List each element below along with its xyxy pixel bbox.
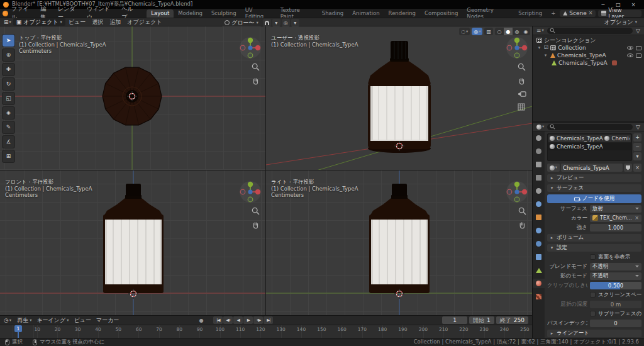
tab-texture-paint[interactable]: Texture Paint (276, 9, 318, 18)
tab-layout[interactable]: Layout (147, 9, 174, 18)
outliner-item-collection[interactable]: ▾ ☑ Collection (533, 44, 644, 52)
viewport-camera-button[interactable] (518, 91, 526, 99)
tab-rendering[interactable]: Rendering (384, 9, 420, 18)
transport-button[interactable]: ▶ (243, 316, 253, 324)
tab-sculpting[interactable]: Sculpting (207, 9, 241, 18)
viewport-menu-item[interactable]: オブジェクト (124, 18, 165, 26)
panel-surface[interactable]: ▾サーフェス (547, 184, 641, 192)
remove-slot-button[interactable]: − (633, 143, 641, 151)
tab-uv-editing[interactable]: UV Editing (241, 9, 276, 18)
panel-settings[interactable]: ▾設定 (547, 244, 641, 252)
slot-specials-button[interactable]: ▾ (633, 152, 641, 160)
transform-tool[interactable]: ◈ (3, 107, 14, 119)
auto-keying-button[interactable]: ● (197, 318, 206, 323)
outliner-item-mesh-data[interactable]: Chemicals_TypeA (533, 59, 644, 67)
transport-button[interactable]: •▶ (253, 316, 263, 324)
tab-object[interactable] (533, 213, 545, 222)
viewport-area[interactable]: トップ・平行投影 (1) Collection | Chemicals_Type… (0, 26, 532, 315)
navigation-gizmo[interactable] (239, 36, 262, 59)
collection-checkbox[interactable]: ☑ (544, 45, 548, 50)
show-gizmos-button[interactable]: ◌▾ (459, 28, 470, 35)
add-cube-tool[interactable]: ⊞ (3, 150, 14, 162)
viewport-zoom-button[interactable] (518, 63, 526, 72)
add-slot-button[interactable]: + (633, 133, 641, 142)
tab-tool[interactable] (533, 133, 545, 143)
snap-settings-button[interactable]: ▾ (272, 19, 280, 26)
tab-scripting[interactable]: Scripting (514, 9, 547, 18)
browse-material-button[interactable]: ▾ (547, 164, 560, 172)
refraction-depth-field[interactable]: 0 m (590, 301, 641, 308)
viewport-pan-button[interactable] (252, 221, 260, 230)
tab-world[interactable] (533, 199, 545, 209)
unlink-material-button[interactable]: × (633, 164, 641, 172)
viewport-front[interactable]: フロント・平行投影 (1) Collection | Chemicals_Typ… (0, 170, 266, 315)
transport-button[interactable]: ◀ (233, 316, 243, 324)
panel-volume[interactable]: ▸ボリューム (547, 234, 641, 242)
mode-selector[interactable]: ▣ オブジェクト ▾ (13, 18, 65, 26)
pass-index-field[interactable]: 0 (590, 320, 641, 327)
view-layer-selector[interactable]: View Layer (598, 10, 641, 17)
shading-solid-button[interactable]: ● (504, 28, 513, 35)
backface-culling-checkbox[interactable]: 裏面を非表示 (590, 254, 630, 261)
filter-button[interactable]: ▽ (634, 28, 642, 34)
shading-material-button[interactable]: ◍ (513, 28, 521, 35)
tab-material[interactable] (533, 279, 545, 288)
viewport-menu-item[interactable]: ビュー (65, 18, 89, 26)
material-slot-row[interactable]: Chemicals_TypeA Chemicals_TypeA (548, 135, 631, 142)
transform-orientation-select[interactable]: グロー〜 ▾ (221, 20, 262, 26)
screen-space-refraction-checkbox[interactable]: スクリーンスペース屈折 (590, 291, 641, 299)
shading-wireframe-button[interactable]: ○ (495, 28, 504, 35)
tab-compositing[interactable]: Compositing (420, 9, 462, 18)
viewport-pan-button[interactable] (518, 221, 526, 230)
hide-eye-icon[interactable] (627, 53, 633, 57)
transport-button[interactable]: ◀• (223, 316, 233, 324)
viewport-menu-item[interactable]: 追加 (106, 18, 124, 26)
blender-menu-button[interactable] (3, 11, 8, 16)
viewport-pan-button[interactable] (252, 77, 260, 86)
unlink-scene-icon[interactable]: × (589, 11, 593, 16)
shadow-mode-select[interactable]: 不透明 (590, 272, 641, 280)
rotate-tool[interactable]: ↻ (3, 78, 14, 90)
timeline-ruler[interactable]: 1020304050607080901001101201301401501601… (0, 325, 532, 338)
timeline-menu-item[interactable]: ビュー (72, 316, 94, 325)
tab-geometry-nodes[interactable]: Geometry Nodes (462, 9, 514, 18)
timeline-menu-item[interactable]: キーイング▾ (34, 316, 71, 325)
select-box-tool[interactable]: ➤ (3, 35, 14, 47)
tab-add-workspace[interactable]: + (547, 9, 560, 18)
tab-constraints[interactable] (533, 252, 545, 262)
tab-texture[interactable] (533, 292, 545, 301)
tab-view-layer[interactable] (533, 173, 545, 182)
frame-start-field[interactable]: 開始1 (469, 316, 494, 324)
annotate-tool[interactable]: ✎ (3, 121, 14, 133)
material-name-field[interactable]: Chemicals_TypeA (561, 164, 623, 172)
color-texture-field[interactable]: TEX_Chemicals_TypeA.png× (590, 215, 641, 222)
proportional-editing-button[interactable]: ◎ (282, 19, 290, 26)
tab-shading[interactable]: Shading (318, 9, 348, 18)
tab-animation[interactable]: Animation (348, 9, 384, 18)
tab-scene[interactable] (533, 186, 545, 196)
subsurface-translucency-checkbox[interactable]: サブサーフェスの透光 (590, 310, 641, 318)
show-overlays-button[interactable]: ◎▾ (472, 28, 482, 35)
playhead[interactable]: 1 (14, 325, 22, 338)
navigation-gizmo[interactable] (506, 36, 528, 59)
outliner-search[interactable] (547, 28, 633, 34)
viewport-zoom-button[interactable] (252, 207, 260, 216)
move-tool[interactable]: ✚ (3, 64, 14, 75)
tab-object-data[interactable] (533, 265, 545, 275)
tab-modeling[interactable]: Modeling (174, 9, 207, 18)
properties-search[interactable] (547, 124, 633, 130)
toggle-xray-button[interactable]: ▥ (484, 28, 493, 35)
measure-tool[interactable]: ∡ (3, 136, 14, 148)
panel-lineart[interactable]: ▸ラインアート (547, 330, 641, 337)
outliner-item-scene-collection[interactable]: シーンコレクション (533, 36, 644, 44)
editor-type-button[interactable]: ≡ ▾ (535, 28, 546, 34)
panel-preview[interactable]: ▸プレビュー (547, 174, 641, 182)
cursor-tool[interactable]: ⊕ (3, 49, 14, 61)
fake-user-button[interactable] (624, 164, 632, 172)
viewport-user-perspective[interactable]: ユーザー・透視投影 (1) Collection | Chemicals_Typ… (266, 26, 532, 170)
material-slot-name-field[interactable]: Chemicals_TypeA (548, 143, 631, 150)
material-slot-list[interactable]: Chemicals_TypeA Chemicals_TypeA Chemical… (547, 133, 632, 161)
outliner-item-object[interactable]: ▾ Chemicals_TypeA (533, 52, 644, 59)
filter-button[interactable]: ▽ (634, 124, 642, 130)
viewport-grid-button[interactable] (518, 103, 526, 112)
